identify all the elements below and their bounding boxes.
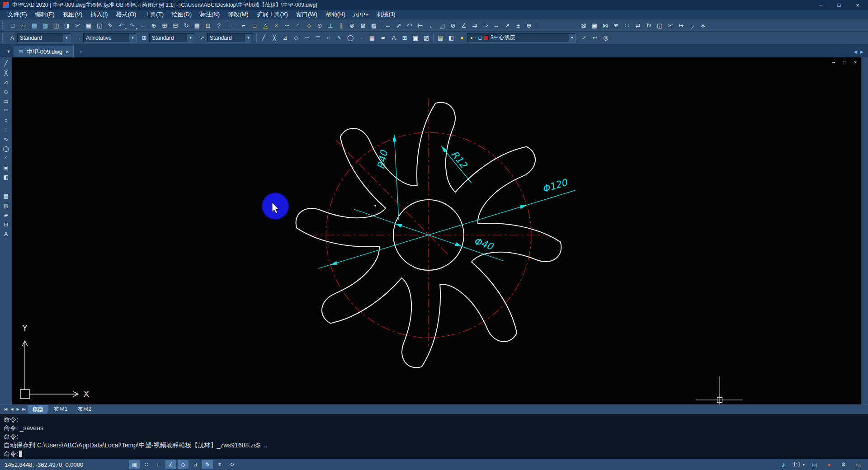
- tool-rectangle-icon[interactable]: ▭: [1, 97, 11, 106]
- tool-arc-icon[interactable]: ◠: [1, 106, 11, 115]
- tool-mtext-icon[interactable]: A: [1, 230, 11, 239]
- grid-toggle[interactable]: ▦: [129, 460, 140, 469]
- menu-dimension[interactable]: 标注(N): [196, 10, 224, 19]
- osnap-settings-icon[interactable]: ▩: [368, 20, 379, 30]
- draw-polyline-icon[interactable]: ⊿: [280, 33, 291, 43]
- zoom-previous-icon[interactable]: ⊟: [170, 20, 181, 30]
- extend-icon[interactable]: ↦: [676, 20, 687, 30]
- toolbar-grip[interactable]: [2, 34, 5, 42]
- layout-nav-button-0[interactable]: |◀: [3, 407, 8, 411]
- menu-help[interactable]: 帮助(H): [321, 10, 349, 19]
- workspace-switch-icon[interactable]: ▤: [809, 460, 820, 469]
- tool-xline-icon[interactable]: ╳: [1, 68, 11, 77]
- layout-nav-button-1[interactable]: ◀: [9, 407, 14, 411]
- draw-ellipse-icon[interactable]: ◯: [345, 33, 356, 43]
- menu-insert[interactable]: 插入(I): [86, 10, 112, 19]
- insert-block-icon[interactable]: ▣: [410, 33, 421, 43]
- annotation-visibility-icon[interactable]: ◭: [778, 460, 789, 469]
- layer-on-off-icon[interactable]: ●: [457, 33, 467, 43]
- chevron-down-icon[interactable]: ▼: [63, 34, 70, 42]
- snap-nearest-icon[interactable]: ⊠: [358, 20, 368, 30]
- regen-icon[interactable]: ↻: [181, 20, 192, 30]
- zoom-window-icon[interactable]: ⊞: [159, 20, 170, 30]
- chevron-down-icon[interactable]: ▼: [187, 34, 194, 42]
- menu-view[interactable]: 视图(V): [59, 10, 86, 19]
- dim-diameter-icon[interactable]: ⊘: [448, 20, 458, 30]
- tool-make-block-icon[interactable]: ◧: [1, 173, 11, 182]
- dim-style-combo[interactable]: Annotative▼: [83, 33, 137, 42]
- help-icon[interactable]: ?: [213, 20, 224, 30]
- maximize-button[interactable]: □: [831, 1, 847, 9]
- dim-aligned-icon[interactable]: ⇗: [393, 20, 404, 30]
- snap-midpoint-icon[interactable]: △: [260, 20, 271, 30]
- fillet-icon[interactable]: ◞: [687, 20, 698, 30]
- draw-mtext-icon[interactable]: A: [388, 33, 399, 43]
- dyn-toggle[interactable]: ✎: [202, 460, 213, 469]
- tab-close-icon[interactable]: ×: [66, 48, 69, 55]
- draw-rectangle-icon[interactable]: ▭: [302, 33, 312, 43]
- tab-list-button[interactable]: ▼: [4, 47, 14, 56]
- cycle-toggle[interactable]: ↻: [226, 460, 237, 469]
- draw-point-icon[interactable]: ∙: [356, 33, 367, 43]
- tool-region-icon[interactable]: ▰: [1, 211, 11, 220]
- tool-circle-icon[interactable]: ○: [1, 116, 11, 125]
- snap-quadrant-icon[interactable]: ◇: [303, 20, 314, 30]
- designcenter-icon[interactable]: ⊡: [203, 20, 213, 30]
- layer-isolate-icon[interactable]: ◎: [600, 33, 611, 43]
- copy-object-icon[interactable]: ▣: [589, 20, 600, 30]
- settings-gear-icon[interactable]: ⚙: [838, 460, 849, 469]
- redo-icon[interactable]: ↷▾: [127, 20, 137, 30]
- draw-region-icon[interactable]: ▰: [377, 33, 388, 43]
- isolate-objects-icon[interactable]: ●: [824, 460, 835, 469]
- drawing-canvas[interactable]: Φ120Φ40R40R12YX – □ ×: [12, 57, 861, 404]
- dim-radius-icon[interactable]: ◟: [426, 20, 437, 30]
- layout-tab-布局2[interactable]: 布局2: [73, 405, 96, 414]
- snap-parallel-icon[interactable]: ∥: [336, 20, 347, 30]
- tab-scroll-left-icon[interactable]: ◀: [854, 49, 858, 54]
- new-icon[interactable]: □: [7, 20, 18, 30]
- erase-icon[interactable]: ⊠: [578, 20, 589, 30]
- snap-tangent-icon[interactable]: ⊙: [314, 20, 325, 30]
- draw-polygon-icon[interactable]: ◇: [291, 33, 302, 43]
- ortho-toggle[interactable]: ∟: [153, 460, 164, 469]
- table-style-combo[interactable]: Standard▼: [149, 33, 194, 42]
- rotate-icon[interactable]: ↻: [643, 20, 654, 30]
- draw-spline-icon[interactable]: ∿: [334, 33, 345, 43]
- pan-icon[interactable]: ⇔: [137, 20, 148, 30]
- layer-combo[interactable]: ●◦◻3中心线层▼: [467, 33, 576, 42]
- command-line-4[interactable]: 命令:: [4, 450, 864, 458]
- close-button[interactable]: ×: [850, 1, 865, 9]
- draw-hatch-icon[interactable]: ▦: [367, 33, 377, 43]
- tool-ellipse-icon[interactable]: ◯: [1, 144, 11, 153]
- tool-revcloud-icon[interactable]: ◌: [1, 125, 11, 134]
- save-icon[interactable]: ▤: [29, 20, 40, 30]
- annotation-scale-select[interactable]: 1:1▼: [793, 461, 806, 468]
- scale-icon[interactable]: ◱: [654, 20, 665, 30]
- open-icon[interactable]: ▱: [18, 20, 29, 30]
- tool-polygon-icon[interactable]: ◇: [1, 87, 11, 96]
- tool-hatch-icon[interactable]: ▦: [1, 192, 11, 201]
- tool-ellipse-arc-icon[interactable]: ◜: [1, 154, 11, 163]
- explode-icon[interactable]: ∗: [698, 20, 708, 30]
- draw-table-icon[interactable]: ⊞: [399, 33, 410, 43]
- tool-line-icon[interactable]: ╱: [1, 59, 11, 68]
- snap-extension-icon[interactable]: ┄: [282, 20, 292, 30]
- mleader-style-combo[interactable]: Standard▼: [207, 33, 252, 42]
- print-preview-icon[interactable]: ◫: [51, 20, 61, 30]
- offset-icon[interactable]: ≋: [611, 20, 622, 30]
- menu-tools[interactable]: 工具(T): [140, 10, 168, 19]
- osnap-toggle[interactable]: ◇: [178, 460, 189, 469]
- move-icon[interactable]: ⇄: [632, 20, 643, 30]
- tool-spline-icon[interactable]: ∿: [1, 135, 11, 144]
- drawing-close-button[interactable]: ×: [852, 59, 859, 66]
- menu-draw[interactable]: 绘图(D): [168, 10, 196, 19]
- chevron-down-icon[interactable]: ▼: [129, 34, 136, 42]
- menu-file[interactable]: 文件(F): [4, 10, 31, 19]
- publish-icon[interactable]: ◨: [61, 20, 72, 30]
- tool-gradient-icon[interactable]: ▨: [1, 201, 11, 210]
- snap-node-icon[interactable]: ⊗: [347, 20, 358, 30]
- dim-angular-icon[interactable]: ∠: [458, 20, 469, 30]
- mirror-icon[interactable]: ⋈: [600, 20, 611, 30]
- cut-icon[interactable]: ✂: [72, 20, 83, 30]
- layer-previous-icon[interactable]: ↩: [590, 33, 600, 43]
